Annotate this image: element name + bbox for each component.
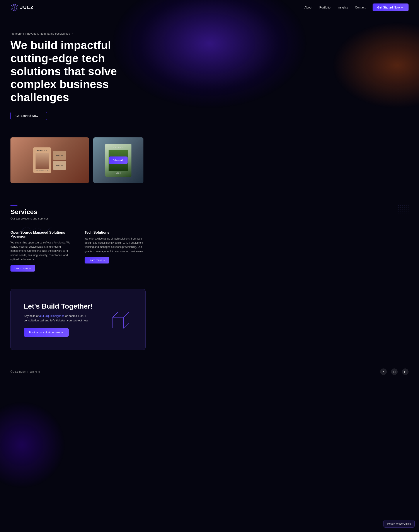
view-all-button[interactable]: View All xyxy=(109,156,128,164)
service-tech: Tech Solutions We offer a wide range of … xyxy=(85,231,146,272)
services-section: Services Our top solutions and services … xyxy=(0,196,419,280)
portfolio-card-nature[interactable]: NATURE VOL. II View All xyxy=(93,137,144,183)
decorative-grid xyxy=(398,205,408,215)
cta-consult-button[interactable]: Book a consultation now → xyxy=(24,328,69,337)
services-subtitle: Our top solutions and services xyxy=(11,217,408,220)
hero-tagline: Pioneering Innovation. Illuminating poss… xyxy=(11,32,146,35)
services-title: Services xyxy=(11,208,408,216)
cta-section: Let's Build Together! Say hello at ajulu… xyxy=(0,280,419,363)
cta-content: Let's Build Together! Say hello at ajulu… xyxy=(24,302,97,337)
subtle-inner: SUBTLE 2021 COLLECTION SUBTLE SUBTLE xyxy=(33,148,66,173)
social-instagram[interactable]: ◻ xyxy=(391,369,398,375)
cta-title: Let's Build Together! xyxy=(24,302,97,310)
instagram-icon: ◻ xyxy=(393,370,396,373)
nature-title: NATURE xyxy=(113,147,124,149)
footer-copy: © Julz Insight | Tech Firm xyxy=(11,370,40,373)
linkedin-icon: in xyxy=(404,370,406,373)
svg-marker-7 xyxy=(124,312,129,328)
service-tech-desc: We offer a wide range of tech solutions,… xyxy=(85,237,146,253)
navbar: JULZ About Portfolio Insights Contact Ge… xyxy=(0,0,419,15)
social-twitter[interactable]: ✕ xyxy=(380,369,387,375)
subtle-mini-label-2: SUBTLE xyxy=(56,164,63,166)
service-tech-cta[interactable]: Learn more → xyxy=(85,257,109,263)
service-open-source-cta[interactable]: Learn more → xyxy=(11,265,35,272)
nav-insights[interactable]: Insights xyxy=(338,6,348,9)
subtle-photo xyxy=(36,153,49,169)
twitter-icon: ✕ xyxy=(382,370,385,373)
services-label-line xyxy=(11,205,17,206)
subtle-side-cards: SUBTLE SUBTLE xyxy=(53,151,66,170)
portfolio-section: SUBTLE 2021 COLLECTION SUBTLE SUBTLE NAT… xyxy=(0,133,419,196)
nature-sub: VOL. II xyxy=(116,172,121,174)
nav-links: About Portfolio Insights Contact Get Sta… xyxy=(304,3,408,11)
cta-visual-cube xyxy=(106,306,132,333)
cta-card: Let's Build Together! Say hello at ajulu… xyxy=(11,289,146,350)
logo-icon xyxy=(11,3,18,11)
footer-socials: ✕ ◻ in xyxy=(380,369,408,375)
hero-cta-button[interactable]: Get Started Now → xyxy=(11,112,47,120)
subtle-mini-label-1: SUBTLE xyxy=(56,154,63,156)
nav-cta-button[interactable]: Get Started Now → xyxy=(373,3,408,11)
subtle-sub: 2021 COLLECTION xyxy=(35,170,49,171)
nav-portfolio[interactable]: Portfolio xyxy=(319,6,330,9)
svg-line-10 xyxy=(124,312,129,317)
subtle-card-main: SUBTLE 2021 COLLECTION xyxy=(33,148,51,173)
nav-contact[interactable]: Contact xyxy=(355,6,365,9)
social-linkedin[interactable]: in xyxy=(402,369,408,375)
brand-name: JULZ xyxy=(20,5,34,10)
subtle-card-mini-2: SUBTLE xyxy=(53,161,66,170)
cta-desc-prefix: Say hello at xyxy=(24,314,39,318)
subtle-title: SUBTLE xyxy=(35,149,49,152)
hero-title: We build impactful cutting-edge tech sol… xyxy=(11,39,146,104)
decorative-leaf xyxy=(11,222,54,245)
svg-rect-5 xyxy=(113,317,124,328)
hero-section: Pioneering Innovation. Illuminating poss… xyxy=(0,15,157,133)
svg-marker-6 xyxy=(113,312,129,317)
nav-about[interactable]: About xyxy=(304,6,312,9)
subtle-card-mini-1: SUBTLE xyxy=(53,151,66,160)
cta-email-link[interactable]: ajulu@julzinsight.co xyxy=(39,314,65,318)
logo[interactable]: JULZ xyxy=(11,3,34,11)
portfolio-card-subtle[interactable]: SUBTLE 2021 COLLECTION SUBTLE SUBTLE xyxy=(11,137,89,183)
cta-desc: Say hello at ajulu@julzinsight.co or boo… xyxy=(24,314,97,323)
footer: © Julz Insight | Tech Firm ✕ ◻ in xyxy=(0,363,419,380)
service-tech-name: Tech Solutions xyxy=(85,231,146,235)
